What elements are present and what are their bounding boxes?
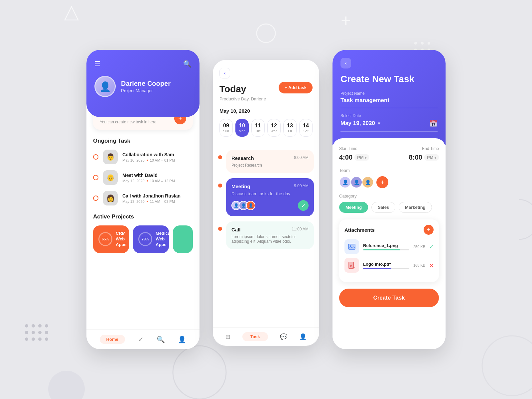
create-task-button[interactable]: Create Task bbox=[339, 289, 439, 307]
nav-apps[interactable]: ⊞ bbox=[225, 333, 230, 340]
task-card-sub: Discuss team tasks for the day bbox=[231, 191, 309, 196]
task-card-sub: Lorem ipsum dolor sit amet, sectetur adi… bbox=[231, 234, 309, 244]
phone-3: ‹ Create New Task Project Name Task mana… bbox=[332, 50, 446, 349]
home-nav-label[interactable]: Home bbox=[100, 335, 125, 344]
date-chip-wed[interactable]: 12 Wed bbox=[267, 119, 281, 137]
timeline-dot bbox=[218, 155, 222, 159]
task-item: 👴 Meet with David May 12, 2020 10 AM – 1… bbox=[93, 170, 193, 185]
add-task-button[interactable]: + Add task bbox=[279, 82, 313, 93]
svg-point-25 bbox=[482, 336, 532, 396]
file-size: 250 KB bbox=[413, 245, 425, 249]
timeline-dot bbox=[218, 227, 222, 231]
date-chip-sat[interactable]: 14 Sat bbox=[299, 119, 313, 137]
task-meta: May 12, 2020 10 AM – 12 PM bbox=[122, 179, 193, 183]
bottom-nav: Home ✓ 🔍 👤 bbox=[86, 329, 200, 349]
attachment-item: PDF Logo info.pdf 168 KB ✕ bbox=[344, 258, 434, 273]
user-name: Darlene Cooper bbox=[121, 80, 171, 87]
nav-profile[interactable]: 👤 bbox=[299, 333, 307, 340]
hamburger-icon[interactable]: ☰ bbox=[94, 60, 100, 68]
add-team-button[interactable]: + bbox=[376, 176, 388, 188]
svg-point-3 bbox=[421, 42, 424, 45]
active-projects-section: Active Projects 65% CRM Web Apps 79% Med… bbox=[93, 213, 193, 253]
timeline-item-research: Research 8:00 AM Project Research bbox=[218, 150, 314, 173]
project-name: CRM Web Apps bbox=[116, 231, 127, 248]
end-time-label: End Time bbox=[389, 146, 439, 151]
calendar-icon[interactable]: 📅 bbox=[429, 119, 438, 127]
svg-point-22 bbox=[45, 337, 48, 341]
project-card-other[interactable] bbox=[173, 225, 193, 253]
create-task-subtitle: You can create new task in here bbox=[100, 120, 156, 124]
phone-1: ☰ 🔍 👤 Darlene Cooper Project Manager Cre… bbox=[86, 50, 200, 349]
phone2-header: ‹ Today + Add task Productive Day, Darle… bbox=[213, 60, 319, 150]
svg-point-24 bbox=[257, 24, 275, 43]
task-avatar: 👨 bbox=[103, 150, 118, 164]
time-row: Start Time 4:00 PM ▾ End Time 8:00 bbox=[339, 146, 439, 161]
svg-marker-0 bbox=[65, 7, 78, 20]
progress-circle: 79% bbox=[138, 232, 152, 246]
nav-profile[interactable]: 👤 bbox=[178, 335, 186, 343]
date-chip-tue[interactable]: 11 Tue bbox=[251, 119, 265, 137]
avatar: 👤 bbox=[246, 201, 255, 210]
svg-point-19 bbox=[25, 337, 28, 341]
avatar-group: 👤 👤 👤 bbox=[231, 201, 255, 210]
file-check-icon: ✓ bbox=[429, 244, 434, 250]
timeline: Research 8:00 AM Project Research Meetin… bbox=[213, 150, 319, 260]
end-ampm[interactable]: PM ▾ bbox=[424, 154, 439, 161]
progress-circle: 65% bbox=[98, 232, 112, 246]
svg-point-2 bbox=[414, 42, 417, 45]
task-card-name: Research bbox=[231, 155, 254, 161]
svg-point-4 bbox=[428, 42, 430, 45]
search-icon[interactable]: 🔍 bbox=[183, 60, 192, 68]
svg-text:PDF: PDF bbox=[352, 267, 356, 269]
team-row: 👤 👤 👤 + bbox=[339, 176, 439, 188]
nav-check[interactable]: ✓ bbox=[138, 335, 144, 343]
date-chip-fri[interactable]: 13 Fri bbox=[283, 119, 297, 137]
profile-icon: 👤 bbox=[178, 335, 186, 343]
nav-search[interactable]: 🔍 bbox=[157, 335, 165, 343]
nav-home[interactable]: Home bbox=[100, 335, 125, 344]
date-value: May 19, 2020 bbox=[340, 120, 375, 127]
category-sales[interactable]: Sales bbox=[371, 202, 395, 213]
back-button[interactable]: ‹ bbox=[219, 68, 230, 78]
date-chip-sun[interactable]: 09 Sun bbox=[219, 119, 233, 137]
task-dot bbox=[147, 180, 148, 182]
project-name: Medical Web Apps bbox=[156, 231, 169, 248]
add-attachment-button[interactable]: + bbox=[424, 225, 434, 235]
file-progress-bar bbox=[363, 249, 409, 250]
file-icon-pdf: PDF bbox=[344, 258, 359, 273]
date-chip-mon[interactable]: 10 Mon bbox=[235, 119, 249, 137]
today-title: Today bbox=[219, 84, 246, 94]
project-card-medical[interactable]: 79% Medical Web Apps bbox=[133, 225, 169, 253]
team-avatar: 👤 bbox=[362, 176, 374, 188]
nav-task[interactable]: Task bbox=[242, 332, 268, 341]
svg-point-23 bbox=[173, 346, 226, 399]
phone1-body: Create New Task You can create new task … bbox=[86, 107, 200, 260]
task-item: 👩 Call with Jonathon Ruslan May 13, 2020… bbox=[93, 191, 193, 205]
chevron-down-icon: ▾ bbox=[365, 156, 366, 160]
back-button[interactable]: ‹ bbox=[340, 58, 351, 68]
timeline-item-meeting: Meeting 9:00 AM Discuss team tasks for t… bbox=[218, 178, 314, 216]
task-card-research[interactable]: Research 8:00 AM Project Research bbox=[226, 150, 314, 173]
category-marketing[interactable]: Marketing bbox=[399, 202, 432, 213]
file-size: 168 KB bbox=[413, 263, 425, 267]
category-meeting[interactable]: Meeting bbox=[339, 202, 368, 213]
file-name: Logo info.pdf bbox=[363, 262, 409, 267]
today-subtitle: Productive Day, Darlene bbox=[219, 96, 313, 101]
task-avatar: 👴 bbox=[103, 170, 118, 185]
task-meta: May 10, 2020 10 AM – 01 PM bbox=[122, 158, 193, 162]
check-badge: ✓ bbox=[298, 200, 309, 211]
active-projects-title: Active Projects bbox=[93, 213, 193, 220]
task-card-call[interactable]: Call 11:00 AM Lorem ipsum dolor sit amet… bbox=[226, 221, 314, 249]
select-date-label: Select Date bbox=[340, 113, 438, 118]
task-radio bbox=[93, 196, 98, 201]
svg-point-20 bbox=[32, 337, 35, 341]
svg-point-16 bbox=[32, 331, 35, 334]
svg-point-26 bbox=[48, 371, 85, 399]
task-card-meeting[interactable]: Meeting 9:00 AM Discuss team tasks for t… bbox=[226, 178, 314, 216]
start-ampm[interactable]: PM ▾ bbox=[354, 154, 369, 161]
date-select[interactable]: May 19, 2020 ▾ bbox=[340, 120, 380, 127]
project-card-crm[interactable]: 65% CRM Web Apps bbox=[93, 225, 129, 253]
end-time-block: End Time 8:00 PM ▾ bbox=[389, 146, 439, 161]
nav-chat[interactable]: 💬 bbox=[280, 333, 287, 340]
svg-point-15 bbox=[25, 331, 28, 334]
